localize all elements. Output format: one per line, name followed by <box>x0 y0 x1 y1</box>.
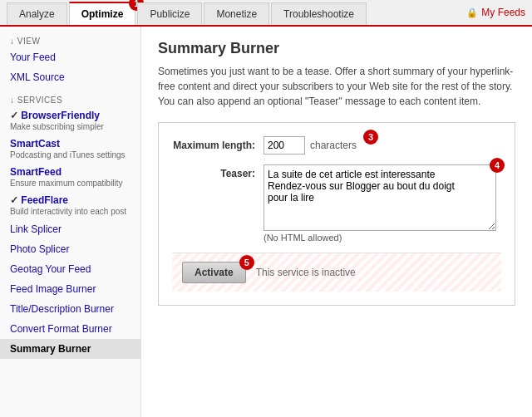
activate-bar: Activate 5 This service is inactive <box>172 253 501 292</box>
tab-wrapper-monetize: Monetize <box>204 2 271 24</box>
lock-icon: 🔒 <box>466 7 478 18</box>
tab-wrapper-publicize: Publicize <box>137 2 204 24</box>
content-area: Summary Burner Sometimes you just want t… <box>141 27 532 417</box>
tab-analyze[interactable]: Analyze <box>7 2 67 25</box>
textarea-wrapper: La suite de cet article est interessante… <box>264 164 496 243</box>
tab-troubleshootize[interactable]: Troubleshootize <box>271 2 367 25</box>
max-length-control-group: 3 characters <box>264 136 357 155</box>
form-panel: Maximum length: 3 characters Teaser: La … <box>158 122 515 306</box>
sidebar-item-feed-image-burner[interactable]: Feed Image Burner <box>0 279 140 299</box>
sidebar-item-convert-format-burner[interactable]: Convert Format Burner <box>0 319 140 339</box>
tab-wrapper-optimize: Optimize 1 <box>69 1 138 24</box>
sidebar: ↓ VIEW Your Feed XML Source ↓ SERVICES B… <box>0 27 141 417</box>
sidebar-item-geotag[interactable]: Geotag Your Feed <box>0 259 140 279</box>
tab-optimize[interactable]: Optimize <box>69 2 136 25</box>
feedflare-name[interactable]: FeedFlare <box>10 194 131 206</box>
sidebar-item-summary-burner: Summary Burner <box>0 339 140 359</box>
browserfriendly-name[interactable]: BrowserFriendly <box>10 110 131 121</box>
activate-button-wrapper: Activate 5 <box>182 262 246 283</box>
teaser-row: Teaser: La suite de cet article est inte… <box>172 164 501 243</box>
teaser-textarea[interactable]: La suite de cet article est interessante… <box>264 164 496 231</box>
view-section-label: ↓ VIEW <box>0 33 140 47</box>
services-section-label: ↓ SERVICES <box>0 92 140 106</box>
tab-wrapper-troubleshootize: Troubleshootize <box>271 2 368 24</box>
activate-button[interactable]: Activate <box>182 262 246 283</box>
tab-monetize[interactable]: Monetize <box>204 2 269 25</box>
max-length-input[interactable] <box>264 136 305 155</box>
sidebar-item-link-splicer[interactable]: Link Splicer <box>0 219 140 239</box>
max-length-badge: 3 <box>363 130 378 145</box>
browserfriendly-desc: Make subscribing simpler <box>10 122 131 131</box>
smartcast-desc: Podcasting and iTunes settings <box>10 150 131 159</box>
main-layout: ↓ VIEW Your Feed XML Source ↓ SERVICES B… <box>0 27 532 417</box>
sidebar-item-xml-source[interactable]: XML Source <box>0 67 140 87</box>
teaser-control-group: La suite de cet article est interessante… <box>264 164 496 243</box>
page-title: Summary Burner <box>158 40 515 57</box>
activate-badge: 5 <box>239 255 254 270</box>
feedflare-desc: Build interactivity into each post <box>10 207 131 216</box>
no-html-note: (No HTML allowed) <box>264 233 496 243</box>
sidebar-service-smartfeed[interactable]: SmartFeed Ensure maximum compatibility <box>0 163 140 191</box>
sidebar-item-title-description-burner[interactable]: Title/Description Burner <box>0 299 140 319</box>
my-feeds-label: My Feeds <box>481 7 525 18</box>
teaser-badge: 4 <box>490 158 505 173</box>
characters-label: characters <box>310 140 357 151</box>
sidebar-item-your-feed[interactable]: Your Feed <box>0 47 140 67</box>
smartfeed-name[interactable]: SmartFeed <box>10 166 131 178</box>
sidebar-service-browserfriendly[interactable]: BrowserFriendly Make subscribing simpler <box>0 106 140 135</box>
my-feeds-link[interactable]: 🔒 My Feeds <box>466 7 525 18</box>
page-description: Sometimes you just want to be a tease. O… <box>158 64 515 109</box>
smartcast-name[interactable]: SmartCast <box>10 138 131 150</box>
top-navigation: Analyze Optimize 1 Publicize Monetize Tr… <box>0 0 532 27</box>
inactive-status-text: This service is inactive <box>256 267 356 278</box>
max-length-row: Maximum length: 3 characters <box>172 136 501 155</box>
sidebar-item-photo-splicer[interactable]: Photo Splicer <box>0 239 140 259</box>
smartfeed-desc: Ensure maximum compatibility <box>10 179 131 188</box>
teaser-label: Teaser: <box>172 164 264 179</box>
max-length-label: Maximum length: <box>172 136 264 151</box>
sidebar-service-feedflare[interactable]: FeedFlare Build interactivity into each … <box>0 191 140 219</box>
tab-publicize[interactable]: Publicize <box>137 2 202 25</box>
tab-wrapper-analyze: Analyze <box>7 2 69 24</box>
sidebar-service-smartcast[interactable]: SmartCast Podcasting and iTunes settings <box>0 135 140 163</box>
